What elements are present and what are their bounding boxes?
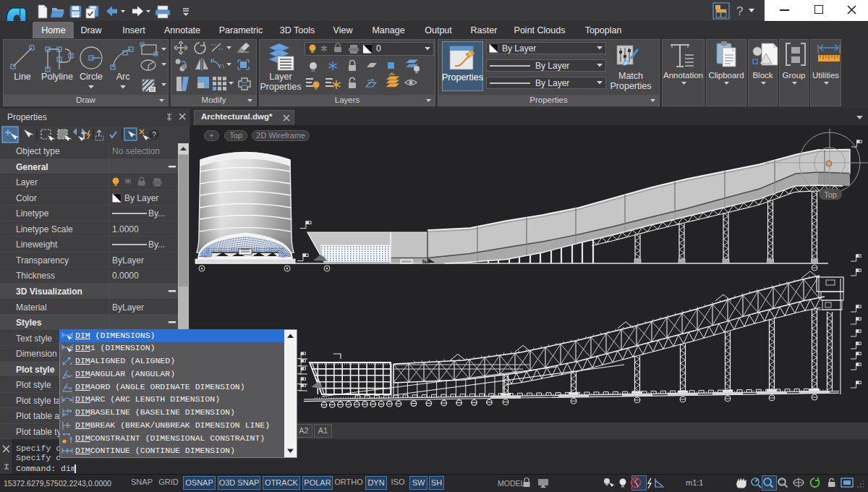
svg-text:Top: Top (824, 190, 837, 199)
svg-text:Circle: Circle (80, 72, 103, 82)
svg-text:Polyline: Polyline (41, 72, 73, 82)
svg-text:Arc: Arc (116, 72, 130, 82)
svg-text:?: ? (736, 4, 743, 18)
svg-text:Line: Line (14, 72, 31, 82)
svg-text:T: T (81, 130, 87, 141)
svg-text:?: ? (152, 130, 156, 139)
